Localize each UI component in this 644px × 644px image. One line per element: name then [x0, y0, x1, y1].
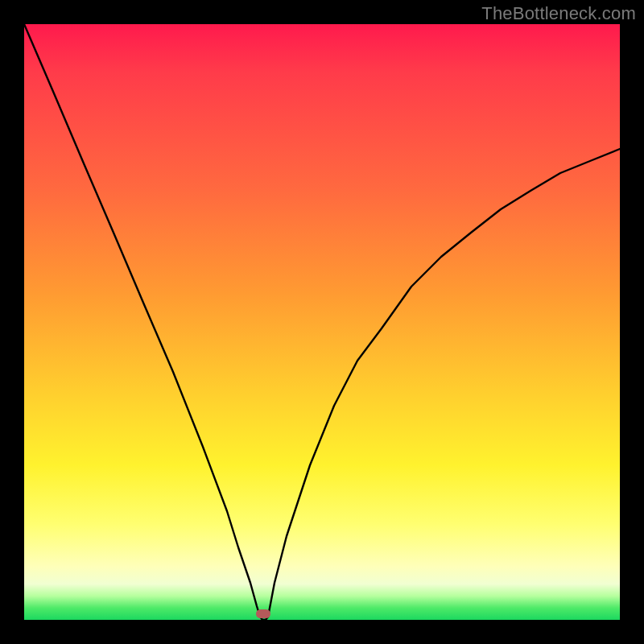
chart-frame: TheBottleneck.com [0, 0, 644, 644]
curve-path [24, 24, 620, 620]
bottleneck-curve [24, 24, 620, 620]
plot-area [24, 24, 620, 620]
notch-marker [256, 609, 270, 618]
watermark-text: TheBottleneck.com [481, 3, 636, 24]
